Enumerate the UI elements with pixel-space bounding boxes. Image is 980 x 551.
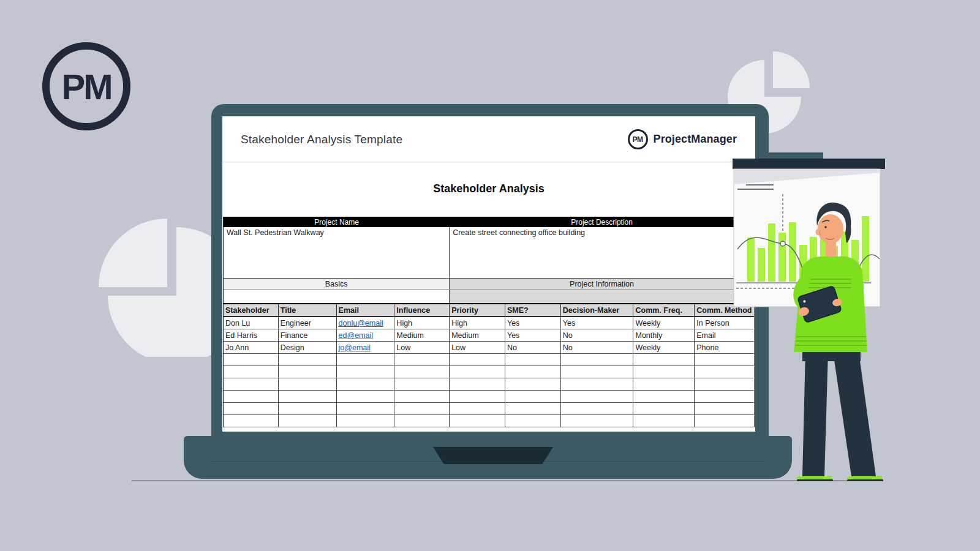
table-cell: No bbox=[561, 329, 634, 342]
email-link[interactable]: donlu@email bbox=[339, 319, 383, 328]
column-header-title: Title bbox=[279, 304, 337, 317]
table-cell bbox=[394, 366, 450, 378]
table-cell: Weekly bbox=[633, 317, 695, 329]
email-link[interactable]: jo@email bbox=[339, 343, 371, 352]
table-cell: No bbox=[561, 342, 634, 354]
projectmanager-brand-name: ProjectManager bbox=[654, 133, 737, 146]
table-cell bbox=[279, 391, 337, 403]
table-cell bbox=[450, 415, 505, 427]
table-cell: High bbox=[450, 317, 505, 329]
table-cell bbox=[450, 366, 505, 378]
table-cell: Engineer bbox=[279, 317, 337, 329]
table-cell bbox=[633, 415, 695, 427]
table-cell: Jo Ann bbox=[224, 342, 279, 354]
column-header-decision-maker: Decision-Maker bbox=[561, 304, 634, 317]
table-cell bbox=[561, 354, 634, 366]
table-row bbox=[224, 415, 754, 427]
table-cell: Design bbox=[279, 342, 337, 354]
pm-logo-badge: PM bbox=[42, 42, 130, 130]
table-cell bbox=[505, 354, 561, 366]
project-description-label: Project Description bbox=[450, 217, 754, 227]
table-cell bbox=[394, 378, 450, 391]
table-cell: Yes bbox=[561, 317, 634, 329]
table-cell bbox=[279, 415, 337, 427]
table-cell bbox=[450, 378, 505, 391]
project-description-value: Create street connecting office building bbox=[450, 227, 754, 278]
table-cell bbox=[505, 378, 561, 391]
table-cell bbox=[394, 391, 450, 403]
table-cell bbox=[561, 378, 634, 391]
table-cell bbox=[337, 354, 395, 366]
table-cell bbox=[505, 391, 561, 403]
table-cell bbox=[561, 403, 634, 415]
projectmanager-logo-icon: PM bbox=[628, 129, 648, 149]
section-basics-label: Basics bbox=[224, 279, 450, 289]
column-header-comm-freq-: Comm. Freq. bbox=[633, 304, 695, 317]
section-label-row: Basics Project Information bbox=[224, 279, 754, 290]
table-cell bbox=[337, 391, 395, 403]
table-cell bbox=[224, 354, 279, 366]
table-cell bbox=[337, 415, 395, 427]
table-row: Jo AnnDesignjo@emailLowLowNoNoWeeklyPhon… bbox=[224, 342, 754, 354]
table-cell: Medium bbox=[394, 329, 450, 342]
table-cell bbox=[224, 391, 279, 403]
table-cell: High bbox=[394, 317, 450, 329]
table-cell bbox=[279, 403, 337, 415]
table-cell bbox=[394, 403, 450, 415]
table-cell: ed@email bbox=[337, 329, 395, 342]
table-cell: Ed Harris bbox=[224, 329, 279, 342]
table-cell bbox=[633, 354, 695, 366]
table-cell bbox=[450, 403, 505, 415]
page-background: PM Stakeholder Analysis Template PM Proj… bbox=[0, 0, 980, 551]
table-cell bbox=[505, 366, 561, 378]
table-cell bbox=[279, 354, 337, 366]
table-cell: Medium bbox=[450, 329, 505, 342]
spreadsheet-window: Stakeholder Analysis Template PM Project… bbox=[222, 116, 755, 432]
email-link[interactable]: ed@email bbox=[339, 331, 373, 340]
table-cell bbox=[561, 415, 634, 427]
table-cell bbox=[394, 415, 450, 427]
table-cell bbox=[224, 403, 279, 415]
table-cell bbox=[633, 403, 695, 415]
project-name-value: Wall St. Pedestrian Walkway bbox=[224, 227, 450, 278]
table-cell bbox=[633, 366, 695, 378]
table-cell bbox=[337, 366, 395, 378]
table-cell bbox=[337, 378, 395, 391]
table-cell: Monthly bbox=[633, 329, 695, 342]
table-row bbox=[224, 403, 754, 415]
person-shoes bbox=[797, 476, 883, 481]
table-cell: No bbox=[505, 342, 561, 354]
board-curve-marker bbox=[780, 241, 785, 246]
column-header-stakeholder: Stakeholder bbox=[224, 304, 279, 317]
table-cell bbox=[561, 391, 634, 403]
window-title: Stakeholder Analysis Template bbox=[241, 116, 402, 162]
table-row: Don LuEngineerdonlu@emailHighHighYesYesW… bbox=[224, 317, 754, 329]
column-header-priority: Priority bbox=[450, 304, 505, 317]
table-cell: Finance bbox=[279, 329, 337, 342]
sheet-topbar: Stakeholder Analysis Template PM Project… bbox=[222, 116, 755, 162]
laptop-base bbox=[184, 436, 792, 479]
table-row bbox=[224, 354, 754, 366]
table-cell bbox=[337, 403, 395, 415]
project-label-row: Project Name Project Description bbox=[224, 217, 754, 227]
table-cell bbox=[224, 415, 279, 427]
table-cell bbox=[224, 378, 279, 391]
table-cell: jo@email bbox=[337, 342, 395, 354]
column-header-influence: Influence bbox=[394, 304, 450, 317]
table-cell: Low bbox=[394, 342, 450, 354]
stakeholder-table: Project Name Project Description Wall St… bbox=[223, 217, 755, 427]
sheet-title: Stakeholder Analysis bbox=[222, 182, 755, 195]
table-cell: Yes bbox=[505, 317, 561, 329]
table-cell bbox=[279, 366, 337, 378]
table-cell: donlu@email bbox=[337, 317, 395, 329]
board-top-bar bbox=[733, 159, 885, 169]
person-right-leg bbox=[833, 352, 876, 476]
person-left-leg bbox=[802, 352, 828, 476]
column-header-row: StakeholderTitleEmailInfluencePrioritySM… bbox=[224, 303, 754, 317]
table-cell: Weekly bbox=[633, 342, 695, 354]
table-row: Ed HarrisFinanceed@emailMediumMediumYesN… bbox=[224, 329, 754, 342]
table-cell bbox=[279, 378, 337, 391]
table-cell: Don Lu bbox=[224, 317, 279, 329]
project-value-row: Wall St. Pedestrian Walkway Create stree… bbox=[224, 227, 754, 279]
spacer-row bbox=[224, 290, 754, 303]
